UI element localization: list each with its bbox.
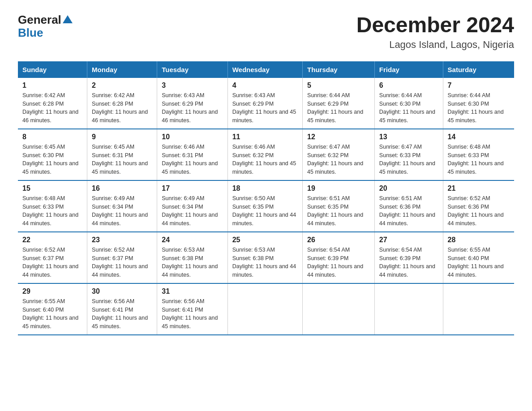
calendar-cell: 7Sunrise: 6:44 AMSunset: 6:30 PMDaylight… [443,78,514,129]
day-info: Sunrise: 6:44 AMSunset: 6:30 PMDaylight:… [448,91,510,125]
day-number: 26 [307,236,370,244]
header-tuesday: Tuesday [157,61,227,78]
calendar-cell: 20Sunrise: 6:51 AMSunset: 6:36 PMDayligh… [374,180,443,232]
calendar-cell: 5Sunrise: 6:44 AMSunset: 6:29 PMDaylight… [303,78,375,129]
header-thursday: Thursday [303,61,375,78]
day-number: 3 [162,81,223,90]
calendar-cell: 14Sunrise: 6:48 AMSunset: 6:33 PMDayligh… [443,129,514,180]
day-info: Sunrise: 6:54 AMSunset: 6:39 PMDaylight:… [379,246,438,279]
day-number: 29 [22,287,82,295]
calendar-cell [374,283,443,335]
day-number: 30 [92,287,152,295]
day-number: 23 [92,236,152,244]
calendar-cell: 19Sunrise: 6:51 AMSunset: 6:35 PMDayligh… [303,180,375,232]
calendar-cell: 6Sunrise: 6:44 AMSunset: 6:30 PMDaylight… [374,78,443,129]
day-number: 19 [307,184,370,193]
day-info: Sunrise: 6:42 AMSunset: 6:28 PMDaylight:… [92,91,152,125]
day-number: 8 [22,133,82,141]
calendar-cell: 8Sunrise: 6:45 AMSunset: 6:30 PMDaylight… [18,129,87,180]
day-number: 20 [379,184,438,193]
calendar-cell: 28Sunrise: 6:55 AMSunset: 6:40 PMDayligh… [443,232,514,283]
day-info: Sunrise: 6:56 AMSunset: 6:41 PMDaylight:… [92,297,152,331]
calendar-cell: 27Sunrise: 6:54 AMSunset: 6:39 PMDayligh… [374,232,443,283]
page-title: December 2024 [356,13,514,37]
day-number: 10 [162,133,223,141]
day-number: 2 [92,81,152,90]
day-info: Sunrise: 6:45 AMSunset: 6:31 PMDaylight:… [92,143,152,176]
calendar-cell: 25Sunrise: 6:53 AMSunset: 6:38 PMDayligh… [227,232,302,283]
calendar-cell: 23Sunrise: 6:52 AMSunset: 6:37 PMDayligh… [87,232,157,283]
day-info: Sunrise: 6:55 AMSunset: 6:40 PMDaylight:… [448,246,510,279]
day-info: Sunrise: 6:49 AMSunset: 6:34 PMDaylight:… [162,194,223,228]
calendar-cell: 18Sunrise: 6:50 AMSunset: 6:35 PMDayligh… [227,180,302,232]
title-block: December 2024 Lagos Island, Lagos, Niger… [356,13,514,51]
day-info: Sunrise: 6:53 AMSunset: 6:38 PMDaylight:… [232,246,298,279]
calendar-week-row: 22Sunrise: 6:52 AMSunset: 6:37 PMDayligh… [18,232,514,283]
day-info: Sunrise: 6:44 AMSunset: 6:29 PMDaylight:… [307,91,370,125]
day-number: 24 [162,236,223,244]
calendar-week-row: 15Sunrise: 6:48 AMSunset: 6:33 PMDayligh… [18,180,514,232]
day-number: 4 [232,81,298,90]
day-info: Sunrise: 6:48 AMSunset: 6:33 PMDaylight:… [448,143,510,176]
day-info: Sunrise: 6:42 AMSunset: 6:28 PMDaylight:… [22,91,82,125]
day-number: 11 [232,133,298,141]
day-number: 13 [379,133,438,141]
day-number: 21 [448,184,510,193]
day-number: 22 [22,236,82,244]
header-friday: Friday [374,61,443,78]
calendar-cell: 10Sunrise: 6:46 AMSunset: 6:31 PMDayligh… [157,129,227,180]
day-number: 1 [22,81,82,90]
calendar-cell [443,283,514,335]
calendar-cell: 4Sunrise: 6:43 AMSunset: 6:29 PMDaylight… [227,78,302,129]
calendar-cell: 30Sunrise: 6:56 AMSunset: 6:41 PMDayligh… [87,283,157,335]
calendar-cell: 1Sunrise: 6:42 AMSunset: 6:28 PMDaylight… [18,78,87,129]
calendar-week-row: 8Sunrise: 6:45 AMSunset: 6:30 PMDaylight… [18,129,514,180]
calendar-cell: 15Sunrise: 6:48 AMSunset: 6:33 PMDayligh… [18,180,87,232]
calendar-cell: 17Sunrise: 6:49 AMSunset: 6:34 PMDayligh… [157,180,227,232]
calendar-cell [227,283,302,335]
calendar-cell: 29Sunrise: 6:55 AMSunset: 6:40 PMDayligh… [18,283,87,335]
day-info: Sunrise: 6:52 AMSunset: 6:37 PMDaylight:… [22,246,82,279]
day-info: Sunrise: 6:46 AMSunset: 6:31 PMDaylight:… [162,143,223,176]
calendar-cell: 22Sunrise: 6:52 AMSunset: 6:37 PMDayligh… [18,232,87,283]
day-number: 6 [379,81,438,90]
calendar-cell: 26Sunrise: 6:54 AMSunset: 6:39 PMDayligh… [303,232,375,283]
day-number: 12 [307,133,370,141]
day-info: Sunrise: 6:45 AMSunset: 6:30 PMDaylight:… [22,143,82,176]
header-wednesday: Wednesday [227,61,302,78]
logo-blue: Blue [18,26,43,39]
calendar-cell: 13Sunrise: 6:47 AMSunset: 6:33 PMDayligh… [374,129,443,180]
day-info: Sunrise: 6:51 AMSunset: 6:36 PMDaylight:… [379,194,438,228]
calendar-cell: 2Sunrise: 6:42 AMSunset: 6:28 PMDaylight… [87,78,157,129]
calendar-cell: 12Sunrise: 6:47 AMSunset: 6:32 PMDayligh… [303,129,375,180]
calendar-cell: 9Sunrise: 6:45 AMSunset: 6:31 PMDaylight… [87,129,157,180]
day-number: 15 [22,184,82,193]
day-info: Sunrise: 6:53 AMSunset: 6:38 PMDaylight:… [162,246,223,279]
calendar-cell: 21Sunrise: 6:52 AMSunset: 6:36 PMDayligh… [443,180,514,232]
day-number: 5 [307,81,370,90]
svg-marker-0 [63,15,73,23]
calendar-cell [303,283,375,335]
calendar-cell: 16Sunrise: 6:49 AMSunset: 6:34 PMDayligh… [87,180,157,232]
day-number: 7 [448,81,510,90]
day-info: Sunrise: 6:54 AMSunset: 6:39 PMDaylight:… [307,246,370,279]
page-subtitle: Lagos Island, Lagos, Nigeria [356,39,514,51]
calendar-header-row: SundayMondayTuesdayWednesdayThursdayFrid… [18,61,514,78]
logo: General Blue [18,13,73,39]
day-info: Sunrise: 6:56 AMSunset: 6:41 PMDaylight:… [162,297,223,331]
day-info: Sunrise: 6:46 AMSunset: 6:32 PMDaylight:… [232,143,298,176]
day-number: 9 [92,133,152,141]
day-info: Sunrise: 6:48 AMSunset: 6:33 PMDaylight:… [22,194,82,228]
day-number: 31 [162,287,223,295]
day-info: Sunrise: 6:50 AMSunset: 6:35 PMDaylight:… [232,194,298,228]
header-sunday: Sunday [18,61,87,78]
logo-general: General [18,13,61,26]
day-info: Sunrise: 6:43 AMSunset: 6:29 PMDaylight:… [162,91,223,125]
day-info: Sunrise: 6:43 AMSunset: 6:29 PMDaylight:… [232,91,298,125]
header-monday: Monday [87,61,157,78]
day-info: Sunrise: 6:55 AMSunset: 6:40 PMDaylight:… [22,297,82,331]
day-number: 25 [232,236,298,244]
calendar-cell: 3Sunrise: 6:43 AMSunset: 6:29 PMDaylight… [157,78,227,129]
calendar-week-row: 29Sunrise: 6:55 AMSunset: 6:40 PMDayligh… [18,283,514,335]
day-info: Sunrise: 6:52 AMSunset: 6:37 PMDaylight:… [92,246,152,279]
